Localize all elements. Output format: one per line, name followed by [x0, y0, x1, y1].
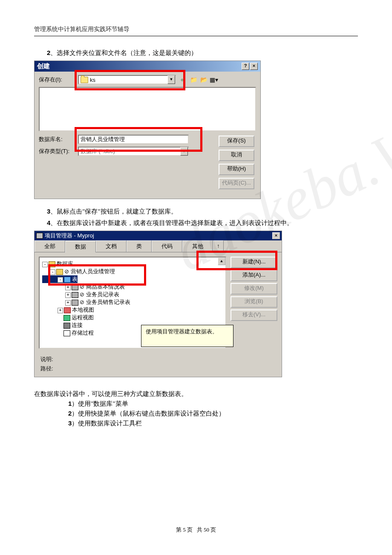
view-menu-icon[interactable]: ▦▾: [210, 76, 218, 84]
save-type-combo[interactable]: 数据库 (*.dbc) ▼: [78, 147, 189, 156]
method-3: 3）使用数据库设计工具栏: [68, 419, 358, 428]
close-icon[interactable]: ×: [272, 232, 280, 239]
chevron-down-icon[interactable]: ▼: [180, 147, 188, 156]
save-type-label: 保存类型(T):: [39, 147, 78, 155]
remove-button: 移去(V)...: [231, 309, 277, 321]
add-button[interactable]: 添加(A)...: [231, 270, 277, 281]
tab-class[interactable]: 类: [127, 240, 152, 252]
path-label: 路径:: [40, 365, 276, 373]
step-2: 2、选择文件夹位置和文件名（注意，这是最关键的）: [47, 49, 358, 57]
codepage-button: 代码页(C)...: [219, 178, 254, 189]
tab-data[interactable]: 数据: [65, 241, 96, 252]
pm-tabs: 全部 数据 文档 类 代码 其他 ↑: [35, 240, 282, 252]
back-icon[interactable]: ⇦: [179, 76, 187, 84]
cancel-button[interactable]: 取消: [219, 150, 254, 161]
folder-icon: [81, 77, 88, 83]
method-1: 1）使用"数据库"菜单: [68, 400, 358, 408]
tab-code[interactable]: 代码: [152, 240, 182, 252]
up-folder-icon[interactable]: 📁: [190, 76, 197, 84]
nav-toolbar: ⇦ 📁 📂 ▦▾: [179, 76, 218, 84]
new-button[interactable]: 新建(N)...: [231, 257, 277, 268]
tooltip: 使用项目管理器建立数据表。: [141, 325, 233, 347]
pm-title-text: 项目管理器 - Myproj: [45, 232, 94, 240]
save-in-label: 保存在(I):: [39, 76, 78, 84]
chevron-down-icon[interactable]: ▼: [167, 75, 175, 84]
page-footer: 第 5 页 共 50 页: [0, 526, 392, 534]
project-manager: 项目管理器 - Myproj × 全部 数据 文档 类 代码 其他 ↑ ▲ -数…: [34, 231, 282, 377]
desc-label: 说明:: [40, 356, 276, 363]
save-in-combo[interactable]: ks ▼: [78, 75, 176, 84]
file-list[interactable]: [39, 87, 256, 131]
header-rule: [34, 36, 358, 36]
tab-collapse[interactable]: ↑: [213, 240, 224, 252]
window-icon: [36, 233, 43, 239]
tab-all[interactable]: 全部: [35, 240, 65, 252]
dialog-title: 创建: [37, 62, 241, 70]
dialog-titlebar: 创建 ? ×: [35, 61, 260, 72]
tab-docs[interactable]: 文档: [96, 240, 127, 252]
help-icon[interactable]: ?: [242, 63, 249, 70]
help-button[interactable]: 帮助(H): [219, 164, 254, 175]
method-2: 2）使用快捷菜单（鼠标右键点击数据库设计器空白处）: [68, 410, 358, 418]
new-folder-icon[interactable]: 📂: [200, 76, 208, 84]
step-4: 4、在数据库设计器中新建表，或者在项目管理器中选择新建表，进入到表设计过程中。: [47, 219, 358, 227]
page-header: 管理系统中计算机应用实践环节辅导: [34, 26, 358, 33]
close-icon[interactable]: ×: [250, 63, 258, 70]
modify-button: 修改(M): [231, 283, 277, 295]
tab-other[interactable]: 其他: [182, 240, 213, 252]
scroll-up-icon[interactable]: ▲: [218, 257, 225, 265]
pm-titlebar: 项目管理器 - Myproj ×: [35, 231, 282, 240]
save-button[interactable]: 保存(S): [219, 136, 254, 147]
save-in-value: ks: [90, 77, 95, 83]
db-name-label: 数据库名:: [39, 136, 78, 143]
create-dialog: 创建 ? × 保存在(I): ks ▼ ⇦ 📁 📂 ▦▾ 数据库名: 营销人员业…: [34, 61, 261, 199]
db-name-input[interactable]: 营销人员业绩管理: [78, 135, 189, 144]
browse-button: 浏览(B): [231, 296, 277, 308]
step-3: 3、鼠标点击"保存"按钮后，就建立了数据库。: [47, 208, 358, 216]
body-text: 在数据库设计器中，可以使用三种方式建立新数据表。: [34, 390, 358, 398]
